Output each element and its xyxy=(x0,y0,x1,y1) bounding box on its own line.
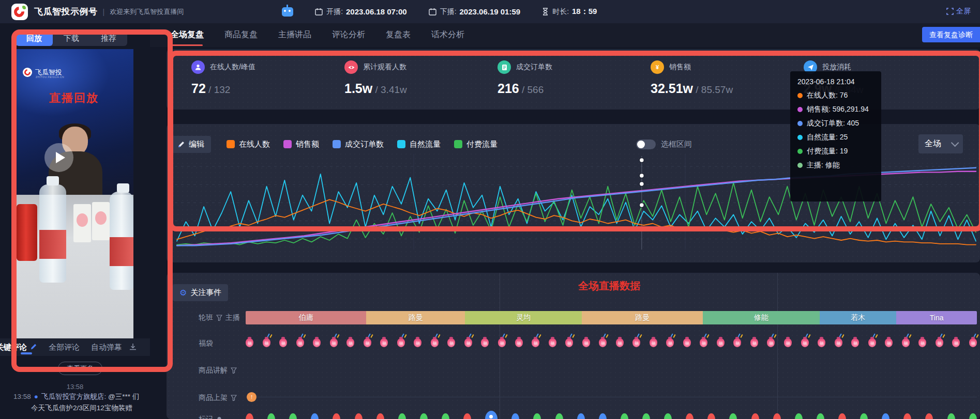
shift-segment[interactable]: 若木 xyxy=(820,311,896,324)
lucky-bag-icon[interactable] xyxy=(666,338,674,347)
mark-pin[interactable] xyxy=(969,413,977,419)
mark-pin[interactable] xyxy=(511,413,519,419)
lucky-bag-icon[interactable] xyxy=(599,338,607,347)
scope-dropdown[interactable]: 全场 xyxy=(918,134,963,153)
filter-icon[interactable] xyxy=(231,367,237,374)
mark-pin[interactable] xyxy=(246,413,253,419)
mark-pin[interactable] xyxy=(947,413,955,419)
lucky-bag-icon[interactable] xyxy=(936,338,943,347)
lucky-bag-icon[interactable] xyxy=(868,338,876,347)
comment-tab-3[interactable]: 自动弹幕 xyxy=(91,343,122,352)
lucky-bag-icon[interactable] xyxy=(431,338,439,347)
mark-pin[interactable] xyxy=(686,413,693,419)
lucky-bag-icon[interactable] xyxy=(733,338,741,347)
legend-item[interactable]: 在线人数 xyxy=(227,139,270,149)
mark-pin[interactable] xyxy=(267,413,275,419)
lucky-bag-icon[interactable] xyxy=(582,338,590,347)
mark-pin[interactable] xyxy=(642,413,650,419)
tab-4[interactable]: 评论分析 xyxy=(332,23,365,47)
mark-pin[interactable] xyxy=(398,413,406,419)
lucky-bag-icon[interactable] xyxy=(364,338,371,347)
shift-segment[interactable]: 修能 xyxy=(703,311,820,324)
lucky-bag-icon[interactable] xyxy=(902,338,910,347)
shift-segment[interactable]: Tina xyxy=(896,311,977,324)
lucky-bag-icon[interactable] xyxy=(750,338,758,347)
mark-pin[interactable] xyxy=(355,413,363,419)
mark-pin[interactable] xyxy=(882,413,889,419)
tab-5[interactable]: 复盘表 xyxy=(386,23,411,47)
lucky-bag-icon[interactable] xyxy=(717,338,725,347)
mark-pin[interactable] xyxy=(333,413,340,419)
lucky-bag-icon[interactable] xyxy=(515,338,523,347)
mark-pin[interactable] xyxy=(442,413,449,419)
lucky-bag-icon[interactable] xyxy=(616,338,624,347)
lucky-bag-icon[interactable] xyxy=(885,338,893,347)
mark-pin[interactable] xyxy=(463,413,471,419)
lucky-bag-icon[interactable] xyxy=(246,338,253,347)
lucky-bag-icon[interactable] xyxy=(918,338,926,347)
mark-pin[interactable] xyxy=(817,413,824,419)
lucky-bag-icon[interactable] xyxy=(851,338,859,347)
lucky-bag-icon[interactable] xyxy=(835,338,842,347)
lucky-bag-icon[interactable] xyxy=(767,338,775,347)
download-comments-icon[interactable] xyxy=(129,343,137,352)
lucky-bag-icon[interactable] xyxy=(447,338,455,347)
lucky-bag-icon[interactable] xyxy=(397,338,405,347)
mark-pin[interactable] xyxy=(577,413,585,419)
mark-pin[interactable] xyxy=(773,413,781,419)
lucky-bag-icon[interactable] xyxy=(296,338,304,347)
lucky-bag-icon[interactable] xyxy=(498,338,506,347)
lucky-bag-icon[interactable] xyxy=(464,338,472,347)
lucky-bag-icon[interactable] xyxy=(801,338,809,347)
lucky-bag-icon[interactable] xyxy=(263,338,270,347)
mark-pin[interactable] xyxy=(533,413,541,419)
lucky-bag-icon[interactable] xyxy=(632,338,640,347)
mark-pin[interactable] xyxy=(664,413,672,419)
lucky-bag-icon[interactable] xyxy=(380,338,388,347)
comment-tab-1[interactable]: 关键评论 xyxy=(0,343,27,352)
lucky-bag-icon[interactable] xyxy=(346,338,354,347)
view-more-button[interactable]: 查看更多 xyxy=(58,362,102,375)
legend-item[interactable]: 付费流量 xyxy=(454,139,497,149)
legend-item[interactable]: 销售额 xyxy=(283,139,319,149)
lucky-bag-icon[interactable] xyxy=(414,338,421,347)
lucky-bag-icon[interactable] xyxy=(650,338,657,347)
mark-pin[interactable] xyxy=(289,413,297,419)
follow-events-button[interactable]: ⚙ 关注事件 xyxy=(173,284,228,301)
lucky-bag-icon[interactable] xyxy=(532,338,539,347)
play-button[interactable] xyxy=(44,143,73,172)
mark-pin[interactable] xyxy=(420,413,428,419)
shift-segment[interactable]: 灵均 xyxy=(465,311,582,324)
mark-pin[interactable] xyxy=(555,413,563,419)
filter-icon[interactable] xyxy=(231,395,237,401)
lucky-bag-icon[interactable] xyxy=(313,338,321,347)
shift-segment[interactable]: 路曼 xyxy=(366,311,465,324)
mark-pin[interactable] xyxy=(795,413,803,419)
tab-2[interactable]: 商品复盘 xyxy=(224,23,258,47)
lucky-bag-icon[interactable] xyxy=(565,338,573,347)
lucky-bag-icon[interactable] xyxy=(549,338,556,347)
lucky-bag-icon[interactable] xyxy=(683,338,691,347)
lucky-bag-icon[interactable] xyxy=(969,338,977,347)
pencil-icon[interactable] xyxy=(27,343,37,352)
lucky-bag-icon[interactable] xyxy=(952,338,960,347)
mark-pin[interactable] xyxy=(707,413,715,419)
lucky-bag-icon[interactable] xyxy=(279,338,287,347)
lucky-bag-icon[interactable] xyxy=(700,338,707,347)
mark-pin[interactable] xyxy=(751,413,759,419)
edit-metrics-button[interactable]: 编辑 xyxy=(171,136,211,153)
shift-segment[interactable]: 路曼 xyxy=(582,311,702,324)
toggle-switch[interactable] xyxy=(636,139,656,149)
mark-pin[interactable] xyxy=(729,413,737,419)
filter-icon[interactable] xyxy=(216,315,222,321)
lucky-bag-icon[interactable] xyxy=(330,338,338,347)
mark-pin[interactable] xyxy=(599,413,607,419)
legend-item[interactable]: 成交订单数 xyxy=(333,139,384,149)
mark-pin[interactable] xyxy=(860,413,868,419)
mark-pin[interactable] xyxy=(925,413,933,419)
fullscreen-button[interactable]: 全屏 xyxy=(946,7,971,16)
shelf-event-icon[interactable]: ↑ xyxy=(247,392,257,402)
legend-item[interactable]: 自然流量 xyxy=(397,139,441,149)
tab-3[interactable]: 主播讲品 xyxy=(278,23,311,47)
mark-pin[interactable] xyxy=(621,413,628,419)
